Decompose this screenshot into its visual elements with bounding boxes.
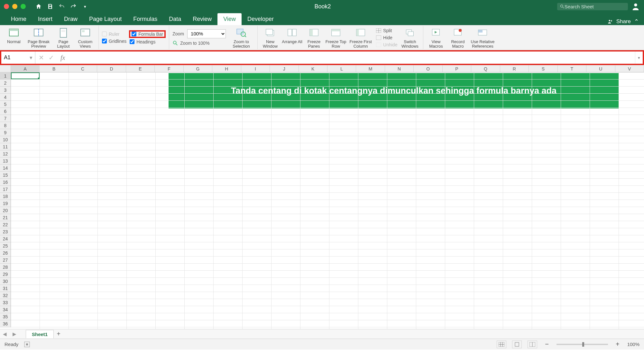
column-header[interactable]: J	[270, 65, 299, 72]
column-header[interactable]: N	[385, 65, 414, 72]
zoom-out-button[interactable]: −	[543, 341, 551, 348]
view-macros-button[interactable]: View Macros	[425, 26, 446, 50]
row-header[interactable]: 6	[0, 108, 11, 115]
close-window-button[interactable]	[4, 4, 9, 9]
row-header[interactable]: 5	[0, 101, 11, 108]
column-header[interactable]: O	[414, 65, 442, 72]
row-header[interactable]: 10	[0, 136, 11, 143]
row-header[interactable]: 15	[0, 172, 11, 179]
formula-input[interactable]	[68, 52, 635, 64]
column-header[interactable]: F	[155, 65, 183, 72]
account-icon[interactable]	[631, 2, 640, 11]
normal-view-button[interactable]: Normal	[3, 26, 24, 50]
row-header[interactable]: 27	[0, 257, 11, 264]
worksheet-grid[interactable]: ABCDEFGHIJKLMNOPQRSTUV 12345678910111213…	[0, 65, 644, 329]
active-cell[interactable]	[11, 72, 40, 79]
fx-icon[interactable]: fx	[60, 54, 65, 61]
column-header[interactable]: K	[299, 65, 327, 72]
collapse-ribbon-icon[interactable]: ⌃	[634, 18, 639, 25]
tab-home[interactable]: Home	[5, 13, 32, 25]
tab-draw[interactable]: Draw	[58, 13, 83, 25]
sheet-tab[interactable]: Sheet1	[26, 330, 54, 338]
row-header[interactable]: 18	[0, 193, 11, 200]
arrange-all-button[interactable]: Arrange All	[281, 26, 303, 50]
add-sheet-button[interactable]: +	[54, 330, 63, 338]
new-window-button[interactable]: New Window	[260, 26, 281, 50]
prev-sheet-button[interactable]: ◀	[0, 331, 10, 337]
hide-button[interactable]: Hide	[376, 35, 397, 40]
qat-dropdown-icon[interactable]: ▾	[82, 3, 88, 10]
zoom-100-button[interactable]: Zoom to 100%	[172, 40, 226, 46]
row-header[interactable]: 16	[0, 179, 11, 186]
save-icon[interactable]	[47, 3, 53, 10]
record-macro-button[interactable]: Record Macro	[447, 26, 468, 50]
expand-formula-bar-icon[interactable]: ▾	[635, 52, 643, 64]
row-header[interactable]: 30	[0, 278, 11, 285]
column-header[interactable]: A	[11, 65, 40, 72]
page-layout-button[interactable]: Page Layout	[53, 26, 74, 50]
gridlines-checkbox[interactable]: Gridlines	[102, 39, 126, 44]
column-header[interactable]: L	[327, 65, 356, 72]
column-header[interactable]: S	[529, 65, 557, 72]
column-header[interactable]: P	[443, 65, 471, 72]
row-header[interactable]: 9	[0, 129, 11, 136]
tab-formulas[interactable]: Formulas	[127, 13, 163, 25]
switch-windows-button[interactable]: Switch Windows	[399, 26, 420, 50]
row-header[interactable]: 23	[0, 228, 11, 235]
column-header[interactable]: T	[558, 65, 586, 72]
column-header[interactable]: V	[615, 65, 644, 72]
zoom-to-selection-button[interactable]: Zoom to Selection	[228, 26, 255, 50]
column-headers[interactable]: ABCDEFGHIJKLMNOPQRSTUV	[11, 65, 644, 72]
row-header[interactable]: 31	[0, 285, 11, 292]
row-header[interactable]: 20	[0, 207, 11, 214]
row-header[interactable]: 14	[0, 164, 11, 172]
row-header[interactable]: 11	[0, 143, 11, 150]
zoom-slider[interactable]	[557, 344, 608, 345]
minimize-window-button[interactable]	[12, 4, 17, 9]
row-header[interactable]: 22	[0, 221, 11, 228]
row-header[interactable]: 29	[0, 271, 11, 278]
freeze-panes-button[interactable]: Freeze Panes	[303, 26, 325, 50]
tab-data[interactable]: Data	[163, 13, 187, 25]
headings-checkbox[interactable]: Headings	[130, 39, 165, 44]
page-break-preview-button[interactable]: Page Break Preview	[25, 26, 52, 50]
tab-view[interactable]: View	[217, 13, 242, 25]
split-button[interactable]: Split	[376, 28, 397, 33]
tab-insert[interactable]: Insert	[32, 13, 58, 25]
zoom-select[interactable]: 100%	[187, 29, 226, 38]
column-header[interactable]: C	[69, 65, 97, 72]
enter-icon[interactable]: ✓	[49, 54, 54, 61]
column-header[interactable]: U	[586, 65, 615, 72]
row-header[interactable]: 17	[0, 186, 11, 193]
next-sheet-button[interactable]: ▶	[10, 331, 19, 337]
row-header[interactable]: 36	[0, 320, 11, 327]
zoom-in-button[interactable]: +	[614, 341, 621, 348]
page-break-status-button[interactable]	[528, 341, 537, 348]
column-header[interactable]: E	[126, 65, 155, 72]
tab-page-layout[interactable]: Page Layout	[83, 13, 127, 25]
macro-record-status-icon[interactable]	[24, 342, 30, 347]
row-header[interactable]: 21	[0, 214, 11, 221]
column-header[interactable]: G	[184, 65, 212, 72]
share-button[interactable]: Share	[616, 18, 631, 25]
column-header[interactable]: R	[500, 65, 529, 72]
formula-bar-checkbox[interactable]: Formula Bar	[130, 31, 165, 37]
undo-icon[interactable]	[59, 3, 65, 10]
cells-area[interactable]: Tanda centang di kotak centangnya dimunc…	[11, 72, 644, 329]
use-relative-references-button[interactable]: Use Relative References	[469, 26, 496, 50]
search-input[interactable]	[565, 4, 625, 9]
zoom-percent[interactable]: 100%	[627, 342, 639, 347]
normal-view-status-button[interactable]	[497, 341, 506, 348]
freeze-first-column-button[interactable]: Freeze First Column	[347, 26, 374, 50]
column-header[interactable]: B	[40, 65, 68, 72]
row-header[interactable]: 4	[0, 94, 11, 101]
row-header[interactable]: 19	[0, 200, 11, 207]
row-header[interactable]: 7	[0, 115, 11, 122]
home-icon[interactable]	[35, 3, 42, 10]
search-sheet-box[interactable]	[557, 3, 628, 10]
row-header[interactable]: 1	[0, 72, 11, 80]
tab-review[interactable]: Review	[187, 13, 217, 25]
row-header[interactable]: 33	[0, 299, 11, 306]
row-header[interactable]: 35	[0, 313, 11, 320]
column-header[interactable]: Q	[471, 65, 500, 72]
